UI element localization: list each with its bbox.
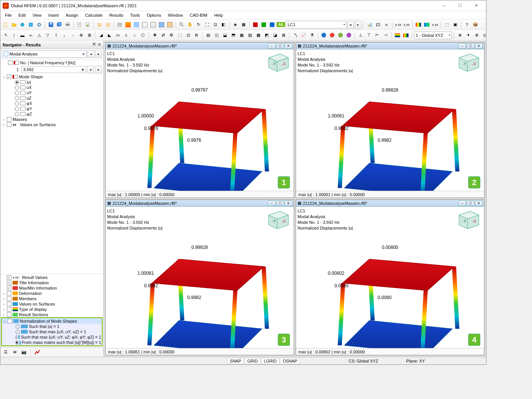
redo-icon[interactable] [104, 21, 112, 28]
u-radio[interactable] [15, 80, 19, 84]
grid2-icon[interactable] [133, 21, 140, 28]
chart-icon[interactable]: 〽 [291, 32, 299, 39]
box-icon[interactable]: 📦 [472, 21, 479, 28]
m1-icon[interactable]: ▤ [204, 32, 212, 39]
menu-results[interactable]: Results [106, 12, 127, 18]
cs3-icon[interactable]: ⊗ [473, 32, 480, 39]
globe-icon[interactable] [19, 21, 26, 28]
link-icon[interactable]: ⟋ [69, 32, 76, 39]
view-close[interactable]: ✕ [285, 201, 292, 206]
phiz-radio[interactable] [15, 112, 19, 116]
diag2-icon[interactable]: 🗠 [374, 21, 382, 28]
panel-close-icon[interactable]: ✕ [98, 42, 101, 47]
vos-check[interactable] [7, 122, 11, 127]
pan-icon[interactable]: ✋ [186, 21, 194, 28]
freq-prev[interactable]: ◂ [87, 66, 94, 73]
beam-icon[interactable]: ═ [27, 32, 35, 39]
g1-icon[interactable]: 🔵 [320, 32, 328, 39]
grid-icon[interactable]: ⊞ [86, 32, 93, 39]
view-max[interactable]: ☐ [276, 43, 284, 49]
viewport-2[interactable]: ▦211224_ModalanalyseMassen.rf6* ─☐✕ LC1M… [296, 42, 484, 198]
diag3-icon[interactable]: ≡ [383, 21, 390, 28]
grid5-icon[interactable] [158, 21, 165, 28]
wire-icon[interactable]: ▦ [240, 21, 247, 28]
view2-icon[interactable]: ▣ [451, 21, 459, 28]
filter-icon[interactable]: ⚗ [308, 32, 316, 39]
doc-icon[interactable] [76, 21, 83, 28]
tab-display-icon[interactable]: 👁 [11, 348, 19, 356]
m10-icon[interactable]: ⊠ [280, 32, 287, 39]
g4-icon[interactable]: 🟣 [345, 32, 353, 39]
vos-expand[interactable]: › [2, 122, 6, 127]
m7-icon[interactable]: ▩ [255, 32, 262, 39]
undo-icon[interactable] [96, 21, 103, 28]
view-max[interactable]: ☐ [467, 201, 474, 206]
zoom-ext-icon[interactable]: ⊡ [211, 21, 219, 28]
snap-toggle[interactable]: SNAP [227, 358, 244, 364]
t5-icon[interactable]: ⊡ [184, 32, 192, 39]
tab-views-icon[interactable]: 📷 [20, 348, 28, 356]
ux-radio[interactable] [15, 86, 19, 90]
menu-insert[interactable]: Insert [45, 12, 62, 18]
menu-view[interactable]: View [30, 12, 45, 18]
loadcase-dropdown[interactable]: LC1 [286, 21, 347, 28]
def-check[interactable] [7, 291, 11, 296]
uz-radio[interactable] [15, 96, 19, 100]
lc-next[interactable]: ▸ [355, 21, 362, 28]
shape1-icon[interactable]: ◢ [97, 32, 105, 39]
open-icon[interactable] [10, 21, 18, 28]
render2-icon[interactable] [260, 21, 268, 28]
analysis-dropdown[interactable]: Modal Analysis [2, 50, 87, 58]
orientation-cube[interactable]: -Y-X [455, 51, 482, 74]
m9-icon[interactable]: ◪ [271, 32, 279, 39]
view-close[interactable]: ✕ [285, 43, 292, 49]
rotate-icon[interactable]: ↻ [195, 21, 202, 28]
lgrid-toggle[interactable]: LGRID [261, 358, 279, 364]
vos2-check[interactable] [7, 302, 11, 306]
menu-edit[interactable]: Edit [16, 12, 29, 18]
norm2-radio[interactable] [16, 330, 20, 334]
cs1-icon[interactable]: ⊕ [456, 32, 464, 39]
zoom-icon[interactable] [178, 21, 185, 28]
new-file-icon[interactable] [2, 21, 10, 28]
freq-value-dropdown[interactable]: 3.592▾ [21, 66, 86, 73]
pin-icon[interactable]: ⇱ [93, 42, 96, 47]
support-icon[interactable]: △ [35, 32, 43, 39]
save-icon[interactable] [47, 21, 55, 28]
view-max[interactable]: ☐ [276, 201, 284, 206]
masses-expand[interactable]: › [2, 117, 6, 122]
cross-icon[interactable]: ⊕ [77, 32, 85, 39]
menu-window[interactable]: Window [165, 12, 186, 18]
t3-icon[interactable]: ⚙ [168, 32, 175, 39]
minimize-button[interactable]: ─ [437, 2, 452, 10]
norm-check[interactable] [8, 319, 12, 323]
view-min[interactable]: ─ [458, 201, 466, 206]
freq-next[interactable]: ▸ [95, 66, 102, 73]
tod-check[interactable] [7, 307, 11, 312]
lc-prev[interactable]: ◂ [347, 21, 354, 28]
render3-icon[interactable] [268, 21, 276, 28]
view-close[interactable]: ✕ [475, 201, 483, 206]
grid4-icon[interactable] [149, 21, 157, 28]
sec4-icon[interactable]: ⊣ [382, 32, 390, 39]
norm4-radio[interactable] [16, 340, 18, 345]
view-icon[interactable]: ◧ [220, 21, 227, 28]
arrow-icon[interactable]: ↖ [2, 32, 10, 39]
menu-file[interactable]: File [2, 12, 15, 18]
iso-icon[interactable]: ◈ [231, 21, 239, 28]
disp2-icon[interactable] [402, 32, 410, 39]
m8-icon[interactable]: ◩ [263, 32, 271, 39]
grid6-icon[interactable] [166, 21, 174, 28]
cs2-icon[interactable]: ✦ [464, 32, 472, 39]
surf3-icon[interactable]: x.xx [431, 21, 439, 28]
maximize-button[interactable]: ☐ [453, 2, 468, 10]
m2-icon[interactable]: ◫ [213, 32, 220, 39]
help-icon[interactable]: ? [463, 21, 471, 28]
mem-check[interactable] [7, 296, 11, 301]
tab-results-icon[interactable] [33, 348, 41, 356]
cube-icon[interactable]: ⬚ [443, 21, 451, 28]
shape3-icon[interactable]: ▭ [114, 32, 122, 39]
grid-toggle[interactable]: GRID [245, 358, 261, 364]
support2-icon[interactable]: ▽ [44, 32, 51, 39]
line-icon[interactable]: / [10, 32, 18, 39]
